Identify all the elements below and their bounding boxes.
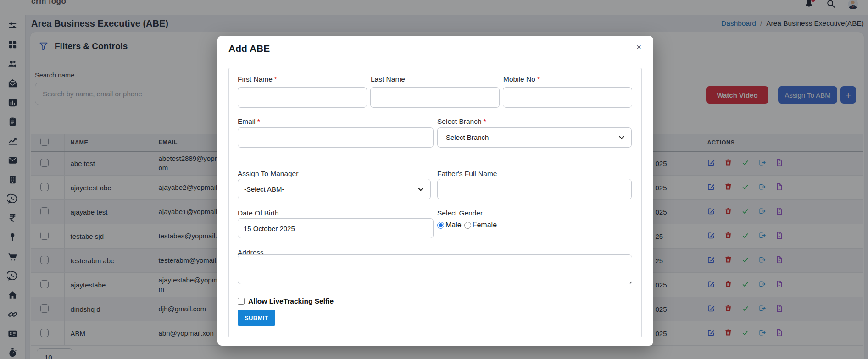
fathers-full-name-field[interactable]: [437, 179, 632, 199]
first-name-label: First Name*: [238, 75, 277, 83]
mobile-no-field[interactable]: [503, 87, 632, 108]
assign-to-manager-dropdown[interactable]: -Select ABM-: [238, 179, 431, 199]
address-field[interactable]: [238, 254, 632, 284]
modal-title: Add ABE: [228, 43, 270, 54]
allow-livetracking-label: Allow LiveTracking Selfie: [248, 297, 334, 305]
add-abe-modal: Add ABE × First Name* Last Name Mobile N…: [217, 36, 653, 346]
male-radio[interactable]: [437, 222, 444, 229]
select-gender-label: Select Gender: [437, 209, 483, 217]
chevron-down-icon: [619, 134, 624, 139]
chevron-down-icon: [418, 186, 423, 191]
assign-to-manager-label: Assign To Manager: [238, 170, 298, 178]
gender-option-female[interactable]: Female: [464, 221, 497, 229]
form-divider: [229, 159, 641, 159]
last-name-label: Last Name: [371, 75, 405, 83]
email-label: Email*: [238, 117, 260, 126]
screen: crm logo: [0, 0, 868, 359]
gender-option-male[interactable]: Male: [437, 221, 462, 229]
date-of-birth-field[interactable]: [238, 218, 434, 238]
email-field[interactable]: [238, 127, 434, 148]
close-icon[interactable]: ×: [636, 43, 641, 51]
fathers-full-name-label: Father's Full Name: [437, 170, 497, 178]
last-name-field[interactable]: [370, 87, 500, 108]
first-name-field[interactable]: [238, 87, 367, 108]
submit-button[interactable]: SUBMIT: [238, 310, 275, 326]
mobile-no-label: Mobile No*: [503, 75, 540, 83]
select-branch-dropdown[interactable]: -Select Branch-: [437, 127, 632, 148]
gender-radio-group: Male Female: [437, 221, 500, 229]
date-of-birth-label: Date Of Birth: [238, 209, 279, 217]
select-branch-label: Select Branch*: [437, 117, 486, 126]
allow-livetracking-row[interactable]: Allow LiveTracking Selfie: [238, 297, 334, 305]
allow-livetracking-checkbox[interactable]: [238, 298, 245, 305]
female-radio[interactable]: [464, 222, 471, 229]
